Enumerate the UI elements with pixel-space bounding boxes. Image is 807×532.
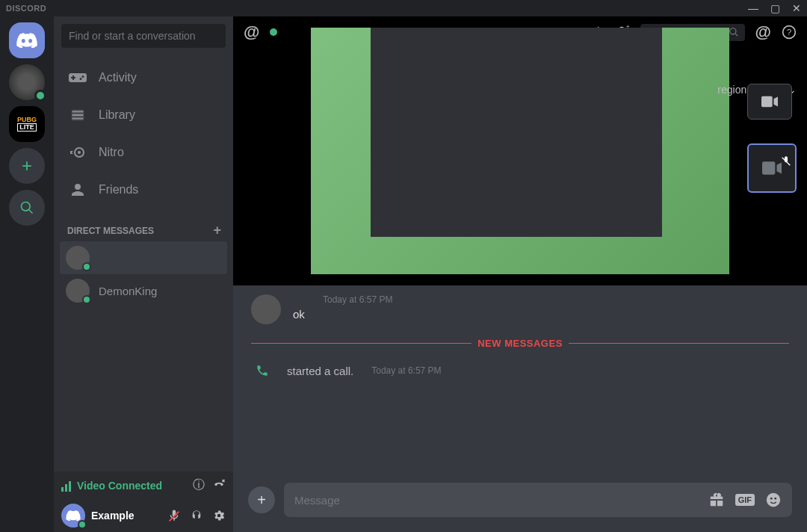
disconnect-call-button[interactable] — [212, 477, 226, 493]
phone-icon — [256, 364, 269, 377]
gift-button[interactable] — [708, 492, 725, 508]
server-pubg[interactable]: PUBG LITE — [9, 106, 45, 142]
voice-status-panel: Video Connected ⓘ — [54, 471, 233, 499]
message: Today at 6:57 PM ok — [251, 294, 789, 324]
svg-text:?: ? — [787, 27, 792, 37]
discord-logo-icon — [66, 510, 81, 521]
channels-panel: Find or start a conversation Activity Li… — [54, 16, 233, 532]
camera-icon — [761, 96, 778, 108]
library-icon — [69, 106, 87, 124]
dm-item-1[interactable]: DemonKing — [60, 274, 227, 307]
close-button[interactable]: ✕ — [792, 2, 801, 14]
maximize-button[interactable]: ▢ — [770, 2, 780, 14]
svg-point-2 — [78, 151, 81, 154]
message-text: ok — [293, 308, 789, 321]
user-panel: Example — [54, 499, 233, 532]
server-list: PUBG LITE + — [0, 16, 54, 532]
add-server-button[interactable]: + — [9, 148, 45, 184]
main-area: @ + Search @ ? — [233, 16, 807, 532]
nitro-icon — [69, 143, 87, 161]
message-list[interactable]: Today at 6:57 PM ok NEW MESSAGES started… — [233, 285, 807, 483]
nav-library-label: Library — [99, 108, 135, 122]
svg-point-13 — [774, 498, 776, 500]
online-status-icon — [82, 295, 91, 304]
message-input[interactable] — [294, 494, 708, 507]
avatar[interactable] — [251, 294, 281, 324]
voice-status-label: Video Connected — [77, 480, 162, 492]
server-avatar-1[interactable] — [9, 64, 45, 100]
emoji-button[interactable] — [765, 492, 782, 508]
discord-logo-icon — [16, 33, 37, 48]
svg-rect-8 — [761, 96, 773, 108]
app-title: DISCORD — [6, 4, 46, 13]
nav-activity[interactable]: Activity — [60, 61, 227, 94]
user-settings-button[interactable] — [212, 509, 226, 522]
mute-mic-button[interactable] — [167, 509, 181, 522]
gif-button[interactable]: GIF — [735, 494, 755, 506]
screenshare-view[interactable] — [311, 28, 729, 274]
avatar — [66, 279, 90, 303]
gamepad-icon — [69, 69, 87, 87]
new-messages-divider: NEW MESSAGES — [251, 338, 789, 349]
svg-point-11 — [767, 493, 780, 507]
self-video-tile[interactable] — [747, 143, 797, 193]
mic-muted-icon — [780, 155, 792, 167]
camera-icon — [762, 161, 782, 175]
dm-header-label: DIRECT MESSAGES — [67, 226, 154, 236]
search-icon — [729, 27, 739, 37]
dm-name: DemonKing — [99, 285, 157, 297]
nav-nitro-label: Nitro — [99, 146, 124, 159]
attach-button[interactable]: + — [248, 486, 275, 513]
call-started-row: started a call. Today at 6:57 PM — [251, 359, 789, 389]
nav-nitro[interactable]: Nitro — [60, 136, 227, 169]
home-button[interactable] — [9, 22, 45, 58]
svg-rect-9 — [762, 161, 775, 174]
nav-activity-label: Activity — [99, 71, 137, 84]
window-controls: — ▢ ✕ — [748, 2, 801, 14]
avatar — [66, 246, 90, 270]
user-avatar[interactable] — [61, 504, 85, 528]
dm-item-0[interactable] — [60, 241, 227, 274]
at-icon: @ — [244, 22, 259, 42]
info-icon[interactable]: ⓘ — [193, 477, 205, 493]
svg-rect-0 — [72, 110, 84, 121]
call-timestamp: Today at 6:57 PM — [371, 365, 441, 376]
message-timestamp: Today at 6:57 PM — [323, 294, 789, 305]
user-name-label: Example — [91, 510, 134, 522]
friends-icon — [69, 181, 87, 199]
create-dm-button[interactable]: + — [213, 223, 221, 238]
titlebar: DISCORD — ▢ ✕ — [0, 0, 807, 16]
nav-library[interactable]: Library — [60, 99, 227, 132]
call-text: started a call. — [287, 365, 353, 377]
help-button[interactable]: ? — [782, 25, 797, 40]
message-composer: + GIF — [248, 483, 792, 517]
explore-servers-button[interactable] — [9, 190, 45, 226]
online-status-icon — [82, 262, 91, 271]
video-call-area: @ + Search @ ? — [233, 16, 807, 285]
mentions-button[interactable]: @ — [755, 22, 771, 42]
minimize-button[interactable]: — — [748, 2, 758, 14]
svg-point-12 — [770, 498, 773, 500]
online-status-icon — [78, 520, 87, 529]
signal-icon — [61, 480, 71, 492]
online-status-icon — [270, 28, 277, 36]
online-status-icon — [34, 90, 46, 102]
nav-friends-label: Friends — [99, 183, 138, 197]
nav-friends[interactable]: Friends — [60, 173, 227, 206]
deafen-button[interactable] — [190, 509, 203, 522]
conversation-search[interactable]: Find or start a conversation — [61, 24, 226, 48]
search-icon — [19, 200, 34, 215]
participant-tile[interactable] — [747, 84, 792, 120]
